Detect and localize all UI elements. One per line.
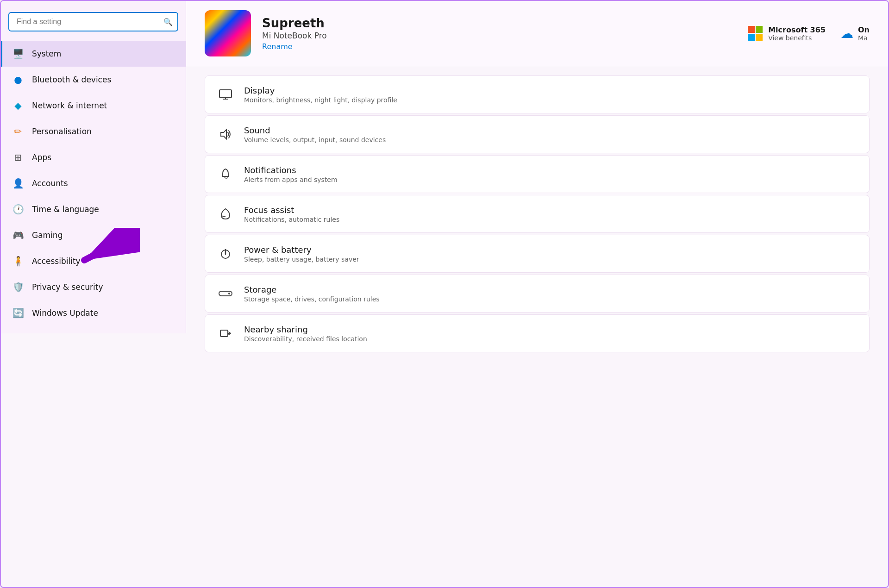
settings-item-notifications[interactable]: Notifications Alerts from apps and syste… — [205, 155, 870, 193]
storage-icon — [216, 284, 235, 303]
storage-title: Storage — [244, 285, 380, 294]
storage-subtitle: Storage space, drives, configuration rul… — [244, 295, 380, 303]
avatar — [205, 10, 251, 56]
user-device: Mi NoteBook Pro — [262, 31, 736, 40]
rename-link[interactable]: Rename — [262, 42, 293, 51]
sidebar-item-label: Accessibility — [32, 256, 81, 266]
search-input[interactable] — [8, 12, 178, 31]
settings-item-nearby-text: Nearby sharing Discoverability, received… — [244, 325, 367, 343]
sidebar-item-apps[interactable]: ⊞ Apps — [1, 144, 186, 170]
header: Supreeth Mi NoteBook Pro Rename Microsof… — [186, 1, 888, 66]
svg-rect-1 — [748, 26, 755, 33]
sound-title: Sound — [244, 125, 386, 135]
sidebar-item-time[interactable]: 🕐 Time & language — [1, 196, 186, 222]
svg-rect-2 — [756, 26, 763, 33]
settings-item-display[interactable]: Display Monitors, brightness, night ligh… — [205, 75, 870, 113]
svg-rect-3 — [748, 34, 755, 41]
display-title: Display — [244, 86, 397, 95]
display-icon — [216, 85, 235, 104]
main-content: Supreeth Mi NoteBook Pro Rename Microsof… — [186, 1, 888, 587]
settings-item-focus[interactable]: Focus assist Notifications, automatic ru… — [205, 195, 870, 233]
onedrive-widget[interactable]: ☁ On Ma — [840, 25, 870, 42]
sidebar-item-label: Apps — [32, 153, 51, 162]
sidebar-item-label: Gaming — [32, 231, 63, 240]
sidebar-item-gaming[interactable]: 🎮 Gaming — [1, 222, 186, 248]
settings-item-storage-text: Storage Storage space, drives, configura… — [244, 285, 380, 303]
settings-item-display-text: Display Monitors, brightness, night ligh… — [244, 86, 397, 104]
settings-item-notifications-text: Notifications Alerts from apps and syste… — [244, 165, 338, 183]
onedrive-title: On — [858, 25, 870, 34]
sound-icon — [216, 125, 235, 144]
sidebar-item-label: Accounts — [32, 179, 68, 188]
header-widgets: Microsoft 365 View benefits ☁ On Ma — [747, 25, 870, 42]
onedrive-text: On Ma — [858, 25, 870, 42]
time-icon: 🕐 — [12, 203, 25, 216]
focus-icon — [216, 205, 235, 223]
search-box[interactable]: 🔍 — [8, 12, 178, 31]
sidebar-item-bluetooth[interactable]: ● Bluetooth & devices — [1, 67, 186, 93]
settings-item-nearby[interactable]: Nearby sharing Discoverability, received… — [205, 314, 870, 352]
system-icon: 🖥️ — [12, 47, 25, 60]
sidebar-item-privacy[interactable]: 🛡️ Privacy & security — [1, 274, 186, 300]
svg-rect-4 — [756, 34, 763, 41]
power-icon — [216, 244, 235, 263]
bluetooth-icon: ● — [12, 73, 25, 86]
sidebar-item-accounts[interactable]: 👤 Accounts — [1, 170, 186, 196]
user-name: Supreeth — [262, 16, 736, 30]
privacy-icon: 🛡️ — [12, 281, 25, 294]
power-title: Power & battery — [244, 245, 359, 255]
settings-item-power[interactable]: Power & battery Sleep, battery usage, ba… — [205, 235, 870, 273]
update-icon: 🔄 — [12, 307, 25, 319]
sidebar-item-accessibility[interactable]: 🧍 Accessibility — [1, 248, 186, 274]
settings-item-sound[interactable]: Sound Volume levels, output, input, soun… — [205, 115, 870, 153]
settings-item-power-text: Power & battery Sleep, battery usage, ba… — [244, 245, 359, 263]
ms365-logo — [747, 25, 764, 42]
notifications-title: Notifications — [244, 165, 338, 175]
notifications-icon — [216, 165, 235, 183]
sidebar-item-label: System — [32, 49, 61, 58]
display-subtitle: Monitors, brightness, night light, displ… — [244, 96, 397, 104]
svg-rect-14 — [220, 330, 228, 337]
sidebar-item-label: Privacy & security — [32, 282, 103, 292]
user-info: Supreeth Mi NoteBook Pro Rename — [262, 16, 736, 51]
sidebar-item-label: Windows Update — [32, 308, 98, 318]
focus-subtitle: Notifications, automatic rules — [244, 216, 339, 223]
sidebar-item-update[interactable]: 🔄 Windows Update — [1, 300, 186, 326]
notifications-subtitle: Alerts from apps and system — [244, 176, 338, 183]
sidebar-item-label: Personalisation — [32, 127, 92, 136]
sidebar-item-network[interactable]: ◆ Network & internet — [1, 93, 186, 119]
gaming-icon: 🎮 — [12, 229, 25, 242]
ms365-text: Microsoft 365 View benefits — [768, 25, 826, 42]
nearby-subtitle: Discoverability, received files location — [244, 335, 367, 343]
nearby-icon — [216, 324, 235, 343]
sidebar-item-personalisation[interactable]: ✏️ Personalisation — [1, 119, 186, 144]
nearby-title: Nearby sharing — [244, 325, 367, 334]
power-subtitle: Sleep, battery usage, battery saver — [244, 256, 359, 263]
sidebar-item-system[interactable]: 🖥️ System — [1, 41, 186, 67]
settings-item-focus-text: Focus assist Notifications, automatic ru… — [244, 205, 339, 223]
ms365-subtitle: View benefits — [768, 34, 826, 42]
sidebar-item-label: Bluetooth & devices — [32, 75, 111, 84]
ms365-title: Microsoft 365 — [768, 25, 826, 34]
svg-rect-5 — [219, 90, 232, 98]
ms365-widget[interactable]: Microsoft 365 View benefits — [747, 25, 826, 42]
svg-marker-8 — [221, 130, 226, 139]
svg-point-13 — [228, 293, 230, 294]
accounts-icon: 👤 — [12, 177, 25, 190]
onedrive-subtitle: Ma — [858, 34, 870, 42]
accessibility-icon: 🧍 — [12, 255, 25, 268]
search-icon: 🔍 — [163, 18, 173, 26]
personalisation-icon: ✏️ — [12, 125, 25, 138]
apps-icon: ⊞ — [12, 151, 25, 164]
settings-item-storage[interactable]: Storage Storage space, drives, configura… — [205, 275, 870, 313]
sidebar-item-label: Time & language — [32, 205, 99, 214]
onedrive-icon: ☁ — [840, 26, 853, 41]
sidebar-item-label: Network & internet — [32, 101, 107, 110]
network-icon: ◆ — [12, 99, 25, 112]
sound-subtitle: Volume levels, output, input, sound devi… — [244, 136, 386, 144]
focus-title: Focus assist — [244, 205, 339, 215]
settings-item-sound-text: Sound Volume levels, output, input, soun… — [244, 125, 386, 144]
settings-list: Display Monitors, brightness, night ligh… — [186, 66, 888, 587]
